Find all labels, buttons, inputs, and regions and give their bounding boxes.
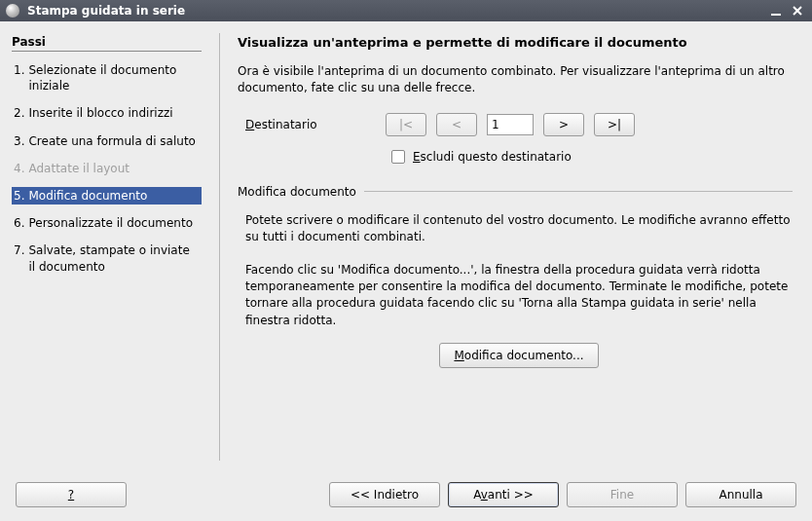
step-item-2[interactable]: 2.Inserite il blocco indirizzi bbox=[12, 104, 202, 122]
app-icon bbox=[6, 4, 19, 18]
edit-document-button[interactable]: Modifica documento... bbox=[439, 343, 598, 368]
recipient-prev-button[interactable]: < bbox=[436, 113, 477, 136]
recipient-index-input[interactable] bbox=[487, 114, 534, 135]
window-body: Passi 1.Selezionate il documento inizial… bbox=[0, 21, 812, 521]
steps-sidebar: Passi 1.Selezionate il documento inizial… bbox=[12, 31, 202, 470]
svg-rect-0 bbox=[771, 14, 781, 16]
wizard-footer: ? << Indietro Avanti >> Fine Annulla bbox=[12, 470, 800, 511]
step-label: Inserite il blocco indirizzi bbox=[28, 105, 172, 121]
next-button[interactable]: Avanti >> bbox=[448, 482, 559, 507]
step-item-4: 4.Adattate il layout bbox=[12, 160, 202, 177]
step-item-1[interactable]: 1.Selezionate il documento iniziale bbox=[12, 61, 202, 94]
vertical-separator bbox=[219, 33, 220, 461]
minimize-button[interactable] bbox=[767, 2, 785, 19]
exclude-recipient-row: Escludi questo destinatario bbox=[391, 150, 793, 164]
edit-section-label: Modifica documento bbox=[238, 185, 356, 199]
back-button[interactable]: << Indietro bbox=[329, 482, 440, 507]
steps-list: 1.Selezionate il documento iniziale2.Ins… bbox=[12, 61, 202, 276]
separator-line bbox=[364, 191, 793, 192]
step-label: Create una formula di saluto bbox=[28, 133, 196, 149]
cancel-button[interactable]: Annulla bbox=[685, 482, 796, 507]
step-item-3[interactable]: 3.Create una formula di saluto bbox=[12, 132, 202, 150]
close-button[interactable] bbox=[789, 2, 806, 19]
titlebar: Stampa guidata in serie bbox=[0, 0, 812, 21]
window-title: Stampa guidata in serie bbox=[27, 4, 185, 18]
step-number: 6. bbox=[14, 215, 24, 231]
step-number: 7. bbox=[14, 242, 24, 258]
main-panel: Visualizza un'anteprima e permette di mo… bbox=[238, 31, 800, 470]
step-label: Modifica documento bbox=[28, 188, 147, 204]
step-number: 3. bbox=[14, 133, 24, 149]
recipient-first-button[interactable]: |< bbox=[386, 113, 426, 136]
step-label: Selezionate il documento iniziale bbox=[28, 62, 200, 93]
intro-text: Ora è visibile l'anteprima di un documen… bbox=[238, 63, 793, 97]
step-number: 1. bbox=[14, 62, 24, 78]
step-item-6[interactable]: 6.Personalizzate il documento bbox=[12, 214, 202, 232]
recipient-next-button[interactable]: > bbox=[543, 113, 584, 136]
step-number: 5. bbox=[14, 188, 24, 204]
recipient-label: Destinatario bbox=[245, 118, 372, 131]
help-button[interactable]: ? bbox=[16, 482, 127, 507]
recipient-nav: |< < > >| bbox=[386, 113, 635, 136]
step-number: 2. bbox=[14, 105, 24, 121]
step-label: Personalizzate il documento bbox=[28, 215, 193, 231]
steps-header: Passi bbox=[12, 35, 202, 52]
edit-section-header: Modifica documento bbox=[238, 185, 793, 199]
recipient-last-button[interactable]: >| bbox=[594, 113, 635, 136]
step-item-7[interactable]: 7.Salvate, stampate o inviate il documen… bbox=[12, 242, 202, 275]
step-label: Salvate, stampate o inviate il documento bbox=[28, 242, 200, 274]
edit-paragraph-2: Facendo clic su 'Modifica documento...',… bbox=[245, 262, 793, 330]
exclude-recipient-label: Escludi questo destinatario bbox=[413, 150, 572, 164]
exclude-recipient-checkbox[interactable] bbox=[391, 150, 405, 164]
edit-paragraph-1: Potete scrivere o modificare il contenut… bbox=[245, 212, 793, 246]
page-heading: Visualizza un'anteprima e permette di mo… bbox=[238, 35, 793, 50]
recipient-row: Destinatario |< < > >| bbox=[238, 113, 793, 136]
step-number: 4. bbox=[14, 161, 24, 176]
step-label: Adattate il layout bbox=[28, 161, 129, 176]
step-item-5[interactable]: 5.Modifica documento bbox=[12, 187, 202, 205]
finish-button[interactable]: Fine bbox=[567, 482, 678, 507]
